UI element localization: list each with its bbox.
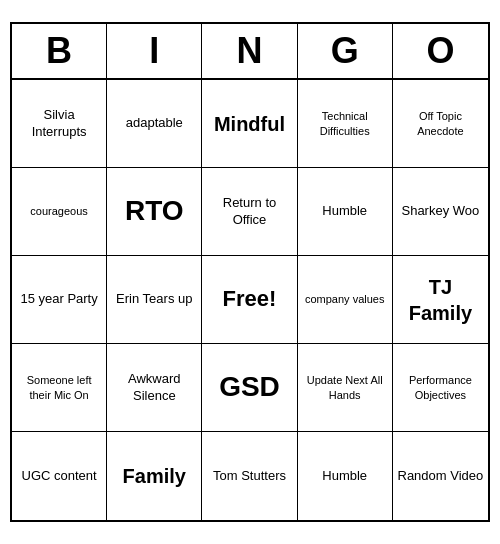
bingo-header-letter: G	[298, 24, 393, 78]
bingo-cell: Tom Stutters	[202, 432, 297, 520]
bingo-cell: Someone left their Mic On	[12, 344, 107, 432]
bingo-grid: Silvia InterruptsadaptableMindfulTechnic…	[12, 80, 488, 520]
bingo-header-letter: B	[12, 24, 107, 78]
bingo-cell: TJ Family	[393, 256, 488, 344]
bingo-cell: Performance Objectives	[393, 344, 488, 432]
bingo-header: BINGO	[12, 24, 488, 80]
bingo-cell: Family	[107, 432, 202, 520]
bingo-header-letter: N	[202, 24, 297, 78]
bingo-cell: Humble	[298, 432, 393, 520]
bingo-cell: Technical Difficulties	[298, 80, 393, 168]
bingo-cell: RTO	[107, 168, 202, 256]
bingo-cell: Mindful	[202, 80, 297, 168]
bingo-card: BINGO Silvia InterruptsadaptableMindfulT…	[10, 22, 490, 522]
bingo-cell: UGC content	[12, 432, 107, 520]
bingo-cell: courageous	[12, 168, 107, 256]
bingo-header-letter: I	[107, 24, 202, 78]
bingo-cell: 15 year Party	[12, 256, 107, 344]
bingo-cell: Humble	[298, 168, 393, 256]
bingo-cell: adaptable	[107, 80, 202, 168]
bingo-cell: Awkward Silence	[107, 344, 202, 432]
bingo-cell: GSD	[202, 344, 297, 432]
bingo-cell: Return to Office	[202, 168, 297, 256]
bingo-cell: Sharkey Woo	[393, 168, 488, 256]
bingo-cell: Off Topic Anecdote	[393, 80, 488, 168]
bingo-cell: Free!	[202, 256, 297, 344]
bingo-cell: Erin Tears up	[107, 256, 202, 344]
bingo-header-letter: O	[393, 24, 488, 78]
bingo-cell: Random Video	[393, 432, 488, 520]
bingo-cell: Silvia Interrupts	[12, 80, 107, 168]
bingo-cell: company values	[298, 256, 393, 344]
bingo-cell: Update Next All Hands	[298, 344, 393, 432]
